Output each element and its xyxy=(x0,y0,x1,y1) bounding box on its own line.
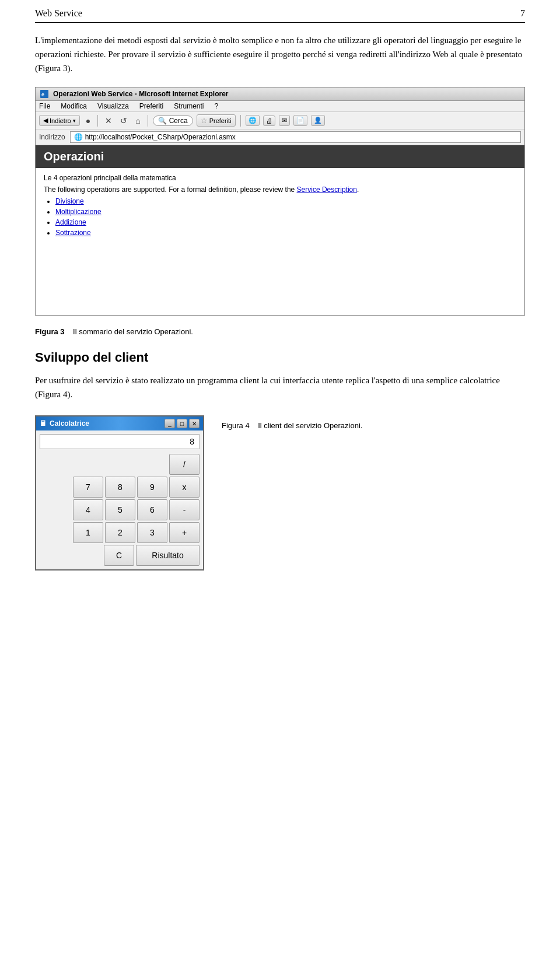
toolbar-separator-3 xyxy=(240,115,241,127)
calc-btn-clear[interactable]: C xyxy=(104,545,134,566)
calc-row-0: / xyxy=(40,454,200,475)
divisione-link[interactable]: Divisione xyxy=(55,197,84,205)
calc-restore-button[interactable]: □ xyxy=(177,419,187,428)
browser-screenshot: e Operazioni Web Service - Microsoft Int… xyxy=(35,87,525,316)
calc-btn-3[interactable]: 3 xyxy=(137,522,167,543)
favorites-button[interactable]: ☆ Preferiti xyxy=(197,114,236,127)
figure3-caption-desc: Il sommario del servizio Operazioni. xyxy=(73,327,193,336)
addizione-link[interactable]: Addizione xyxy=(55,218,86,226)
operations-text: The following operations are supported. … xyxy=(44,186,516,194)
search-label: Cerca xyxy=(169,117,188,125)
forward-button[interactable]: ● xyxy=(83,116,93,126)
calc-title-text: Calcolatrice xyxy=(50,419,89,428)
home-button[interactable]: ⌂ xyxy=(133,116,142,126)
list-item-addizione: Addizione xyxy=(55,218,516,226)
favorites-label: Preferiti xyxy=(209,117,232,124)
sottrazione-link[interactable]: Sottrazione xyxy=(55,229,91,237)
moltiplicazione-link[interactable]: Moltiplicazione xyxy=(55,208,102,216)
figure3-caption: Figura 3 Il sommario del servizio Operaz… xyxy=(35,327,525,336)
menu-modifica[interactable]: Modifica xyxy=(61,102,87,110)
browser-menubar: File Modifica Visualizza Preferiti Strum… xyxy=(36,101,524,112)
search-icon: 🔍 xyxy=(158,117,167,125)
intro-paragraph: L'implementazione dei metodi esposti dal… xyxy=(35,33,525,75)
calc-btn-5[interactable]: 5 xyxy=(105,499,135,520)
page-header: Web Service 7 xyxy=(35,0,525,23)
page-title: Web Service xyxy=(35,8,82,19)
page-icon: 🌐 xyxy=(74,133,83,141)
refresh-button[interactable]: ↺ xyxy=(118,116,130,126)
search-area: 🔍 Cerca xyxy=(153,116,193,126)
browser-address-bar: Indirizzo 🌐 http://localhost/Pocket_CSha… xyxy=(36,130,524,145)
calc-close-button[interactable]: ✕ xyxy=(189,419,200,428)
calc-btn-add[interactable]: + xyxy=(169,522,200,543)
menu-file[interactable]: File xyxy=(39,102,50,110)
calc-btn-8[interactable]: 8 xyxy=(105,477,135,498)
calc-row-3: 1 2 3 + xyxy=(40,522,200,543)
calc-btn-2[interactable]: 2 xyxy=(105,522,135,543)
operations-text-content: The following operations are supported. … xyxy=(44,186,295,194)
figure4-caption-desc: Il client del servizio Operazioni. xyxy=(258,421,362,430)
browser-spacer xyxy=(44,239,516,309)
back-arrow-icon: ◀ xyxy=(43,117,48,124)
calc-buttons: / 7 8 9 x 4 5 6 - 1 2 3 + xyxy=(36,452,203,569)
figure4-label: Figura 4 xyxy=(222,421,250,430)
page-number: 7 xyxy=(520,8,525,19)
media-button-4[interactable]: 👤 xyxy=(311,115,325,126)
list-item-sottrazione: Sottrazione xyxy=(55,229,516,237)
figure3-label: Figura 3 xyxy=(35,327,65,336)
menu-visualizza[interactable]: Visualizza xyxy=(97,102,129,110)
calc-btn-sub[interactable]: - xyxy=(169,499,200,520)
page-subtitle: Le 4 operazioni principali della matemat… xyxy=(44,174,516,182)
browser-page-body: Le 4 operazioni principali della matemat… xyxy=(36,168,524,315)
calc-btn-9[interactable]: 9 xyxy=(137,477,167,498)
toolbar-separator-2 xyxy=(148,115,148,127)
print-button[interactable]: 🖨 xyxy=(263,116,275,126)
svg-text:e: e xyxy=(41,92,44,97)
service-description-link[interactable]: Service Description xyxy=(297,186,357,194)
calc-window-buttons: _ □ ✕ xyxy=(164,419,200,428)
address-value: http://localhost/Pocket_CSharp/Operazion… xyxy=(85,133,236,141)
browser-content: Operazioni Le 4 operazioni principali de… xyxy=(36,145,524,315)
menu-preferiti[interactable]: Preferiti xyxy=(139,102,163,110)
section-heading: Sviluppo del client xyxy=(35,350,525,365)
section-body: Per usufruire del servizio è stato reali… xyxy=(35,373,525,401)
stop-button[interactable]: ✕ xyxy=(103,116,114,126)
calc-btn-6[interactable]: 6 xyxy=(137,499,167,520)
calc-row-1: 7 8 9 x xyxy=(40,477,200,498)
calc-title-icon: 🖩 xyxy=(40,419,47,428)
back-button[interactable]: ◀ Indietro ▾ xyxy=(39,115,80,126)
toolbar-separator xyxy=(97,115,98,127)
list-item-divisione: Divisione xyxy=(55,197,516,205)
figure4-caption: Figura 4 Il client del servizio Operazio… xyxy=(222,415,362,430)
calc-btn-div[interactable]: / xyxy=(169,454,200,475)
calc-minimize-button[interactable]: _ xyxy=(164,419,175,428)
browser-titlebar: e Operazioni Web Service - Microsoft Int… xyxy=(36,88,524,101)
address-label: Indirizzo xyxy=(39,133,65,141)
calc-titlebar-left: 🖩 Calcolatrice xyxy=(40,419,89,428)
figure4-caption-text xyxy=(251,421,256,430)
media-button-2[interactable]: ✉ xyxy=(279,115,290,126)
list-item-moltiplicazione: Moltiplicazione xyxy=(55,208,516,216)
calc-btn-result[interactable]: Risultato xyxy=(136,545,200,566)
calc-figure-area: 🖩 Calcolatrice _ □ ✕ 8 / 7 8 9 x xyxy=(35,415,525,570)
media-button-1[interactable]: 🌐 xyxy=(246,115,260,126)
menu-help[interactable]: ? xyxy=(215,102,219,110)
calc-btn-1[interactable]: 1 xyxy=(73,522,103,543)
calc-row-4: C Risultato xyxy=(40,545,200,566)
star-icon: ☆ xyxy=(201,116,208,125)
media-button-3[interactable]: 📄 xyxy=(293,115,307,126)
address-field[interactable]: 🌐 http://localhost/Pocket_CSharp/Operazi… xyxy=(70,131,521,143)
browser-titlebar-icon: e xyxy=(40,90,48,98)
calculator-window: 🖩 Calcolatrice _ □ ✕ 8 / 7 8 9 x xyxy=(35,415,204,570)
menu-strumenti[interactable]: Strumenti xyxy=(174,102,204,110)
back-dropdown-icon: ▾ xyxy=(73,118,76,124)
back-label: Indietro xyxy=(50,117,71,124)
calc-titlebar: 🖩 Calcolatrice _ □ ✕ xyxy=(36,416,203,430)
figure3-caption-text xyxy=(66,327,71,336)
calc-btn-mul[interactable]: x xyxy=(169,477,200,498)
browser-page-heading: Operazioni xyxy=(36,145,524,168)
calc-row-2: 4 5 6 - xyxy=(40,499,200,520)
calc-btn-7[interactable]: 7 xyxy=(73,477,103,498)
operations-list: Divisione Moltiplicazione Addizione Sott… xyxy=(55,197,516,237)
calc-btn-4[interactable]: 4 xyxy=(73,499,103,520)
